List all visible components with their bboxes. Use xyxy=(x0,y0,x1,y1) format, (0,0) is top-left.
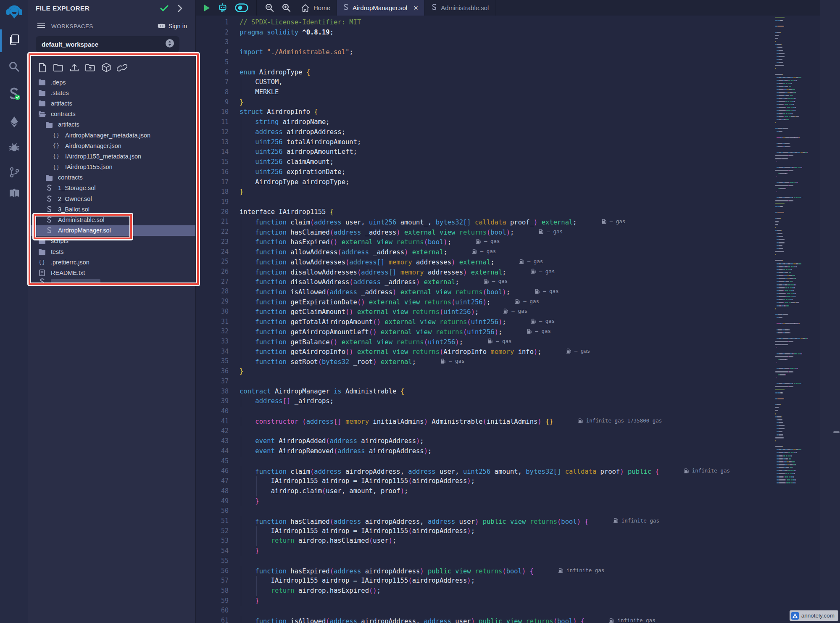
code-line-40: 40 xyxy=(196,407,840,417)
tree-item-README.txt[interactable]: README.txt xyxy=(28,267,195,278)
remix-ide-window: FILE EXPLORER WORKSPACES Sign in xyxy=(0,0,840,623)
sol-icon xyxy=(45,195,53,202)
tree-item-2_Owner.sol[interactable]: 2_Owner.sol xyxy=(28,193,195,204)
sol-file-icon xyxy=(432,4,437,12)
tree-item-Administrable.sol[interactable]: Administrable.sol xyxy=(28,214,195,225)
tree-item-artifacts[interactable]: artifacts xyxy=(28,98,195,108)
tree-item-label: artifacts xyxy=(51,100,72,107)
code-line-10: 10struct AirdropInfo { xyxy=(196,107,840,117)
code-line-41: 41 constructor (address[] memory initial… xyxy=(196,417,840,427)
remixai-robot-button[interactable] xyxy=(218,3,228,13)
line-number: 20 xyxy=(196,207,229,217)
code-line-45: 45 xyxy=(196,457,840,467)
tree-item-IAirdrop1155.json[interactable]: {}IAirdrop1155.json xyxy=(28,162,195,172)
code-line-13: 13 uint256 totalAirdropAmount; xyxy=(196,137,840,148)
json-icon: {} xyxy=(52,164,61,170)
code-line-24: 24 function allowAddress(address _addres… xyxy=(196,247,840,257)
tree-item-label: 1_Storage.sol xyxy=(58,185,95,191)
code-line-14: 14 uint256 airdropAmountLeft; xyxy=(196,147,840,157)
line-number: 6 xyxy=(196,68,229,78)
run-script-button[interactable] xyxy=(203,4,211,12)
sidebar-item-solidity-compiler[interactable] xyxy=(0,84,28,105)
gas-estimate-badge: – gas xyxy=(519,256,543,267)
remix-logo-icon xyxy=(5,4,23,23)
tree-item-contracts[interactable]: contracts xyxy=(28,172,195,183)
line-number: 47 xyxy=(196,476,229,486)
line-number: 15 xyxy=(196,157,229,167)
code-line-37: 37 xyxy=(196,377,840,387)
code-line-35: 35 function setRoot(bytes32 _root) exter… xyxy=(196,356,840,367)
tab-Administrable.sol[interactable]: Administrable.sol xyxy=(425,0,495,16)
upload-file-icon[interactable] xyxy=(69,62,79,73)
hamburger-menu-icon[interactable] xyxy=(37,22,45,30)
tree-item-label: contracts xyxy=(58,174,83,181)
code-line-17: 17 AirdropType airdropType; xyxy=(196,177,840,187)
sign-in-button[interactable]: Sign in xyxy=(158,22,187,30)
tree-item-partial xyxy=(28,278,195,284)
line-number: 13 xyxy=(196,137,229,148)
json-icon: {} xyxy=(52,153,61,159)
tree-item-tests[interactable]: tests xyxy=(28,246,195,257)
line-number: 52 xyxy=(196,526,229,536)
cube-icon[interactable] xyxy=(101,62,111,73)
code-line-54: 54 } xyxy=(196,546,840,556)
code-line-52: 52 IAirdrop1155 airdrop = IAirdrop1155(a… xyxy=(196,526,840,536)
sidebar-item-git[interactable] xyxy=(0,163,28,184)
tree-item-AirdropManager_metadata.json[interactable]: {}AirdropManager_metadata.json xyxy=(28,130,195,140)
watermark-label: annotely.com xyxy=(801,612,835,619)
new-folder-icon[interactable] xyxy=(53,62,63,73)
close-tab-icon[interactable]: × xyxy=(413,4,418,12)
tab-AirdropManager.sol[interactable]: AirdropManager.sol× xyxy=(337,0,425,16)
link-icon[interactable] xyxy=(117,62,127,73)
code-area[interactable]: 1// SPDX-License-Identifier: MIT2pragma … xyxy=(196,16,840,623)
zoom-out-button[interactable] xyxy=(265,3,274,13)
sidebar-item-search[interactable] xyxy=(0,57,28,78)
sol-file-icon xyxy=(343,4,349,12)
tree-item-AirdropManager.sol[interactable]: AirdropManager.sol xyxy=(28,225,195,236)
tree-item-label: IAirdrop1155.json xyxy=(65,164,113,170)
sidebar-item-debugger[interactable] xyxy=(0,137,28,158)
tree-item-1_Storage.sol[interactable]: 1_Storage.sol xyxy=(28,183,195,193)
tree-item-scripts[interactable]: scripts xyxy=(28,236,195,246)
tree-item-AirdropManager.json[interactable]: {}AirdropManager.json xyxy=(28,140,195,151)
sidebar-item-file-explorer[interactable] xyxy=(0,30,28,51)
tree-item-artifacts[interactable]: artifacts xyxy=(28,119,195,130)
ai-copilot-toggle[interactable] xyxy=(235,3,248,12)
tree-item-.deps[interactable]: .deps xyxy=(28,77,195,87)
tree-item-.prettierrc.json[interactable]: {}.prettierrc.json xyxy=(28,257,195,267)
code-line-31: 31 function getTotalAirdropAmount() exte… xyxy=(196,317,840,327)
tree-item-label: AirdropManager_metadata.json xyxy=(65,132,150,139)
line-number: 59 xyxy=(196,596,229,606)
line-number: 56 xyxy=(196,566,229,576)
line-number: 30 xyxy=(196,307,229,317)
code-line-34: 34 function getAirdropInfo() external vi… xyxy=(196,347,840,357)
gas-estimate-badge: – gas xyxy=(503,306,527,316)
tree-item-.states[interactable]: .states xyxy=(28,87,195,98)
line-number: 11 xyxy=(196,117,229,127)
code-line-5: 5 xyxy=(196,58,840,68)
new-file-icon[interactable] xyxy=(37,62,47,73)
code-line-4: 4import "./Administrable.sol"; xyxy=(196,48,840,58)
sidebar-item-deploy-run[interactable] xyxy=(0,112,28,133)
folder-icon xyxy=(38,90,46,96)
line-number: 35 xyxy=(196,356,229,367)
code-editor: Home AirdropManager.sol×Administrable.so… xyxy=(195,0,840,623)
code-line-46: 46 function claim(address airdropAddress… xyxy=(196,466,840,476)
tab-home[interactable]: Home xyxy=(301,4,330,12)
scrollbar-thumb[interactable] xyxy=(833,431,840,433)
code-line-27: 27 function disallowAddress(address _add… xyxy=(196,277,840,287)
upload-folder-icon[interactable] xyxy=(85,62,95,73)
line-number: 58 xyxy=(196,586,229,596)
zoom-in-button[interactable] xyxy=(282,3,291,13)
minimap[interactable] xyxy=(775,17,822,485)
tree-item-3_Ballot.sol[interactable]: 3_Ballot.sol xyxy=(28,204,195,214)
line-number: 43 xyxy=(196,436,229,446)
tree-item-IAirdrop1155_metadata.json[interactable]: {}IAirdrop1155_metadata.json xyxy=(28,151,195,161)
line-number: 21 xyxy=(196,217,229,227)
line-number: 54 xyxy=(196,546,229,556)
sidebar-item-learn[interactable] xyxy=(0,184,28,205)
gas-estimate-badge: infinite gas 1735800 gas xyxy=(578,416,662,426)
tree-item-contracts[interactable]: contracts xyxy=(28,109,195,119)
workspace-select[interactable]: default_workspace xyxy=(36,36,179,52)
folder-icon xyxy=(38,79,46,85)
